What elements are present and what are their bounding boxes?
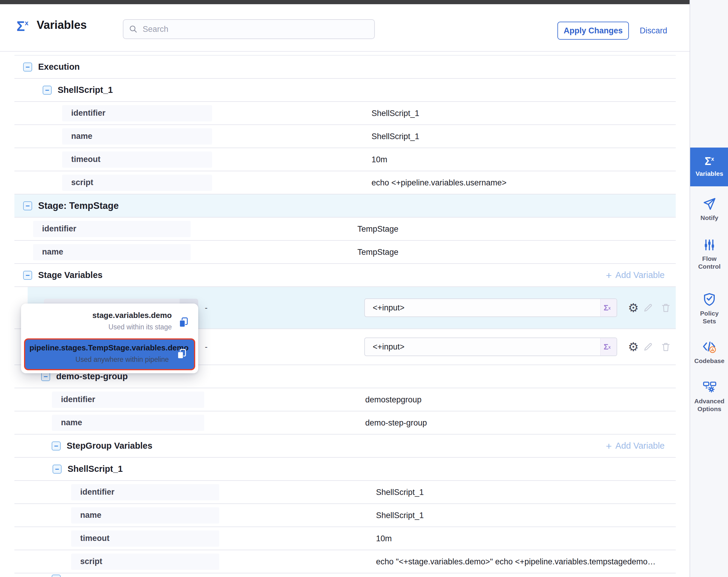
property-key-field: script <box>71 554 219 570</box>
variables-sigma-icon: Σx <box>17 19 28 33</box>
scoped-reference-item[interactable]: stage.variables.demo Used within its sta… <box>21 308 198 337</box>
window-top-bar <box>0 0 690 4</box>
property-value: ShellScript_1 <box>376 487 424 497</box>
add-variable-button[interactable]: + Add Variable <box>606 441 665 451</box>
codebase-warning-icon <box>702 339 717 354</box>
reference-text: stage.variables.demo <box>25 311 172 320</box>
reference-scope: Used anywhere within pipeline <box>29 355 169 363</box>
property-row: name ShellScript_1 <box>15 125 676 148</box>
section-label: StepGroup Variables <box>67 441 152 451</box>
search-icon <box>129 25 138 34</box>
sidebar-item-variables[interactable]: Σx Variables <box>690 148 728 186</box>
property-key-field: name <box>71 507 219 524</box>
section-row-stepgroup-variables: − StepGroup Variables + Add Variable <box>15 434 676 458</box>
variable-edit-button[interactable] <box>642 301 654 314</box>
apply-changes-button[interactable]: Apply Changes <box>557 22 629 40</box>
section-label: Execution <box>38 62 80 72</box>
copy-button[interactable] <box>178 317 189 329</box>
sidebar-item-flow-control[interactable]: FlowControl <box>690 238 728 271</box>
property-value: demo-step-group <box>365 418 427 427</box>
section-label: Stage Variables <box>38 270 102 280</box>
property-value: ShellScript_1 <box>376 510 424 520</box>
trash-icon <box>661 303 671 313</box>
reference-scope: Used within its stage <box>25 323 172 331</box>
property-row: timeout 10m <box>15 527 676 550</box>
partial-row <box>15 573 676 577</box>
collapse-icon[interactable]: − <box>52 442 61 450</box>
sidebar-item-advanced-options[interactable]: AdvancedOptions <box>690 379 728 413</box>
expression-toggle[interactable]: Σx <box>600 338 617 355</box>
collapse-icon[interactable] <box>52 575 61 577</box>
property-row: identifier ShellScript_1 <box>15 481 676 504</box>
search-box[interactable] <box>123 19 375 39</box>
property-value: echo <+pipeline.variables.username> <box>371 178 506 187</box>
property-row: script echo "<+stage.variables.demo>" ec… <box>15 550 676 573</box>
copy-icon <box>178 317 189 328</box>
property-row: script echo <+pipeline.variables.usernam… <box>15 171 676 195</box>
property-key-field: identifier <box>71 484 219 500</box>
sidebar-item-notify[interactable]: Notify <box>690 197 728 222</box>
property-key-field: name <box>52 415 204 431</box>
property-value: ShellScript_1 <box>371 132 419 141</box>
property-key-field: identifier <box>52 392 204 408</box>
copy-icon <box>176 348 187 359</box>
collapse-icon[interactable]: − <box>53 465 61 474</box>
right-rail: Σx Variables Notify FlowControl <box>690 0 728 577</box>
variables-icon: Σx <box>705 156 714 167</box>
collapse-icon[interactable]: − <box>43 86 52 95</box>
pencil-icon <box>643 342 653 352</box>
section-row-shellscript-nested: − ShellScript_1 <box>15 458 676 481</box>
property-key-field: name <box>62 128 212 145</box>
property-value: TempStage <box>357 247 398 257</box>
collapse-icon[interactable]: − <box>23 201 32 210</box>
sidebar-item-policy-sets[interactable]: PolicySets <box>690 292 728 325</box>
trash-icon <box>661 342 671 352</box>
property-row: timeout 10m <box>15 148 676 171</box>
property-row: identifier TempStage <box>15 218 676 241</box>
search-input[interactable] <box>142 24 369 34</box>
property-key-field: identifier <box>62 105 212 121</box>
pipeline-reference-item-highlighted[interactable]: pipeline.stages.TempStage.variables.demo… <box>24 338 195 370</box>
section-row-stage-variables: − Stage Variables + Add Variable <box>15 264 676 287</box>
variable-settings-button[interactable]: ⚙ <box>627 301 640 314</box>
property-value: ShellScript_1 <box>371 108 419 118</box>
required-value: - <box>205 303 208 312</box>
property-value: demostepgroup <box>365 395 422 404</box>
variables-panel: Σx Variables Apply Changes Discard Σx Va… <box>0 0 728 577</box>
variable-edit-button[interactable] <box>642 341 654 353</box>
property-key-field: script <box>62 175 212 191</box>
required-value: - <box>205 342 208 352</box>
sliders-icon <box>702 238 716 252</box>
property-row: name TempStage <box>15 241 676 264</box>
variable-value-input[interactable]: <+input> Σx <box>364 298 617 317</box>
page-title: Variables <box>37 19 87 31</box>
discard-button[interactable]: Discard <box>640 22 667 40</box>
collapse-icon[interactable]: − <box>41 372 50 381</box>
section-row-shellscript: − ShellScript_1 <box>15 79 676 102</box>
collapse-icon[interactable]: − <box>23 62 32 72</box>
plus-icon: + <box>606 270 612 280</box>
variable-settings-button[interactable]: ⚙ <box>627 341 640 353</box>
copy-button[interactable] <box>176 348 187 361</box>
variable-delete-button[interactable] <box>659 341 672 353</box>
pencil-icon <box>643 303 653 313</box>
section-row-execution: − Execution <box>15 56 676 79</box>
add-variable-button[interactable]: + Add Variable <box>606 270 665 280</box>
shield-check-icon <box>702 292 717 306</box>
sidebar-item-codebase[interactable]: Codebase <box>690 339 728 365</box>
expression-toggle[interactable]: Σx <box>600 299 617 317</box>
property-value: 10m <box>376 534 392 543</box>
variable-reference-popover: stage.variables.demo Used within its sta… <box>21 303 198 373</box>
property-value: 10m <box>371 155 387 164</box>
collapse-icon[interactable]: − <box>23 271 32 280</box>
gear-icon: ⚙ <box>628 341 639 353</box>
section-row-stage: − Stage: TempStage <box>15 195 676 218</box>
property-row: identifier ShellScript_1 <box>15 102 676 125</box>
variable-delete-button[interactable] <box>659 301 672 314</box>
panel-header: Σx Variables Apply Changes Discard <box>0 4 690 52</box>
property-key-field: timeout <box>71 530 219 547</box>
section-label: ShellScript_1 <box>68 464 123 474</box>
advanced-options-icon <box>702 379 717 394</box>
property-row: name demo-step-group <box>15 411 676 434</box>
variable-value-input[interactable]: <+input> Σx <box>364 337 617 356</box>
